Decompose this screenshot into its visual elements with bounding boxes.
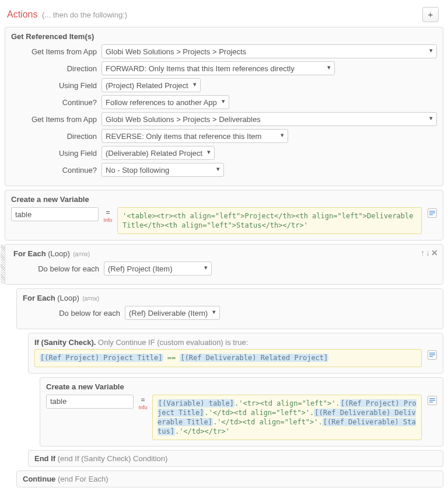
continue-select-2[interactable]: No - Stop following xyxy=(102,163,224,177)
direction-select-2[interactable]: REVERSE: Only items that reference this … xyxy=(102,129,288,143)
edit-icon[interactable] xyxy=(428,350,437,360)
for-each-panel-2: For Each (Loop) (a=nx) Do below for each… xyxy=(16,288,443,329)
move-up-icon[interactable]: ↑ xyxy=(421,248,425,257)
loop-controls: ↑ ↓ ✕ xyxy=(421,248,438,257)
actions-subtitle: (... then do the following:) xyxy=(42,11,127,19)
edit-icon[interactable] xyxy=(428,396,437,405)
panel-title: Get Referenced Item(s) xyxy=(11,32,437,41)
create-variable-panel-1: Create a new Variable =Info '<table><tr>… xyxy=(5,190,443,240)
app-select-2[interactable]: Globi Web Solutions > Projects > Deliver… xyxy=(102,112,437,126)
loop-select-1[interactable]: (Ref) Project (Item) xyxy=(104,262,212,276)
loop-select-2[interactable]: (Ref) Deliverable (Item) xyxy=(125,306,220,320)
field-select-1[interactable]: (Project) Related Project xyxy=(102,78,201,92)
variable-name-input-2[interactable] xyxy=(46,395,134,409)
create-variable-panel-2: Create a new Variable =Info [(Variable) … xyxy=(40,377,443,447)
drag-handle-icon[interactable] xyxy=(1,245,5,284)
field-select-2[interactable]: (Deliverable) Related Project xyxy=(102,146,215,160)
variable-value-code-1[interactable]: '<table><tr><th align="left">Project</th… xyxy=(117,207,422,234)
get-referenced-items-panel: Get Referenced Item(s) Get Items from Ap… xyxy=(5,27,443,186)
variable-value-code-2[interactable]: [(Variable) table].'<tr><td align="left"… xyxy=(152,395,422,441)
end-if-panel: End If (end If (Sanity Check) Condition) xyxy=(28,450,443,467)
variable-name-input-1[interactable] xyxy=(11,207,99,221)
if-condition-code[interactable]: [(Ref Project) Project Title] == [(Ref D… xyxy=(34,349,422,367)
edit-icon[interactable] xyxy=(428,208,437,218)
info-link[interactable]: Info xyxy=(103,217,112,223)
actions-title: Actions xyxy=(7,9,37,19)
add-action-button[interactable]: + xyxy=(422,7,439,22)
continue-panel-1: Continue (end For Each) xyxy=(16,470,443,487)
for-each-panel-1: ↑ ↓ ✕ For Each (Loop) (a=nx) Do below fo… xyxy=(5,244,443,285)
info-link[interactable]: Info xyxy=(138,405,147,410)
actions-header: Actions (... then do the following:) + xyxy=(5,5,443,27)
continue-select-1[interactable]: Follow references to another App xyxy=(102,95,229,109)
direction-select-1[interactable]: FORWARD: Only Items that this Item refer… xyxy=(102,61,335,75)
app-select-1[interactable]: Globi Web Solutions > Projects > Project… xyxy=(102,44,437,58)
move-down-icon[interactable]: ↓ xyxy=(426,248,430,257)
close-icon[interactable]: ✕ xyxy=(431,248,438,257)
if-sanity-check-panel: If (Sanity Check). Only Continue IF (cus… xyxy=(28,333,443,373)
